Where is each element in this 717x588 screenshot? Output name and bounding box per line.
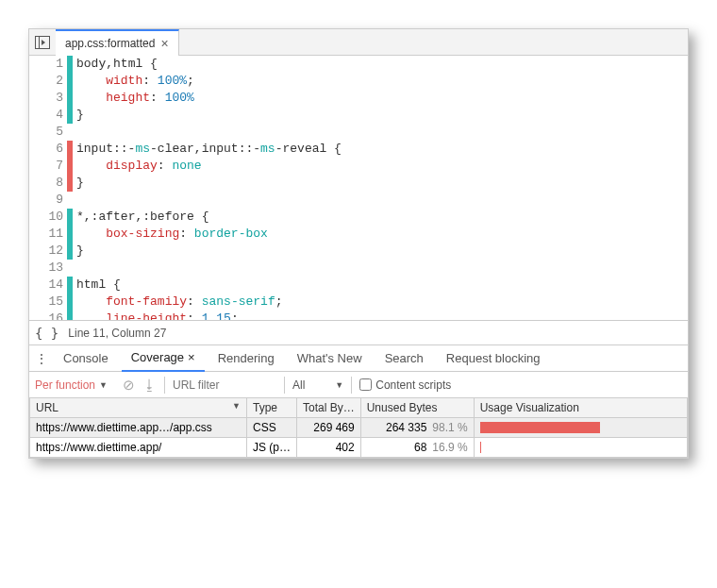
tab-console[interactable]: Console: [54, 345, 118, 372]
line-number: 14: [29, 277, 63, 294]
clear-icon[interactable]: ⊘: [123, 377, 135, 394]
code-line[interactable]: }: [76, 243, 688, 260]
line-number-gutter: 12345678910111213141516: [29, 56, 67, 320]
code-line[interactable]: display: none: [76, 158, 688, 175]
line-number: 4: [29, 107, 63, 124]
show-navigator-button[interactable]: [29, 30, 56, 55]
source-tabbar: app.css:formatted ×: [29, 29, 688, 56]
tab-request-blocking[interactable]: Request blocking: [437, 345, 550, 372]
pretty-print-icon[interactable]: { }: [35, 326, 58, 341]
status-bar: { } Line 11, Column 27: [29, 320, 688, 344]
cursor-position: Line 11, Column 27: [68, 327, 166, 340]
code-line[interactable]: }: [76, 175, 688, 192]
coverage-toolbar: Per function▼ ⊘ ⭳ All▼ Content scripts: [29, 371, 688, 397]
code-line[interactable]: [76, 124, 688, 141]
url-filter-input[interactable]: [173, 378, 276, 392]
line-number: 9: [29, 192, 63, 209]
code-line[interactable]: body,html {: [76, 56, 688, 73]
code-area[interactable]: 12345678910111213141516 body,html { widt…: [29, 56, 688, 320]
cell-total-bytes: 402: [297, 438, 361, 458]
type-filter-select[interactable]: All▼: [292, 378, 343, 392]
code-line[interactable]: [76, 192, 688, 209]
code-line[interactable]: [76, 260, 688, 277]
table-header-row: URL▼ Type Total By… Unused Bytes Usage V…: [30, 398, 688, 418]
cell-url: https://www.diettime.app/: [30, 438, 247, 458]
line-number: 2: [29, 73, 63, 90]
col-total-bytes[interactable]: Total By…: [297, 398, 361, 418]
code-line[interactable]: height: 100%: [76, 90, 688, 107]
code-line[interactable]: line-height: 1.15;: [76, 311, 688, 320]
line-number: 16: [29, 311, 63, 320]
code-line[interactable]: width: 100%;: [76, 73, 688, 90]
line-number: 6: [29, 141, 63, 158]
line-number: 5: [29, 124, 63, 141]
code-line[interactable]: font-family: sans-serif;: [76, 294, 688, 311]
line-number: 12: [29, 243, 63, 260]
cell-url: https://www.diettime.app…/app.css: [30, 418, 247, 438]
cell-total-bytes: 269 469: [297, 418, 361, 438]
code-line[interactable]: input::-ms-clear,input::-ms-reveal {: [76, 141, 688, 158]
tab-rendering[interactable]: Rendering: [208, 345, 284, 372]
source-tab[interactable]: app.css:formatted ×: [56, 29, 179, 56]
per-function-select[interactable]: Per function▼: [35, 378, 108, 392]
coverage-table[interactable]: URL▼ Type Total By… Unused Bytes Usage V…: [29, 397, 688, 458]
export-icon[interactable]: ⭳: [142, 377, 157, 393]
cell-visualization: [474, 418, 687, 438]
line-number: 7: [29, 158, 63, 175]
cell-visualization: [474, 438, 687, 458]
close-icon[interactable]: ×: [160, 37, 168, 50]
cell-type: CSS: [247, 418, 297, 438]
svg-marker-2: [42, 40, 45, 45]
code-line[interactable]: }: [76, 107, 688, 124]
line-number: 13: [29, 260, 63, 277]
code-line[interactable]: *,:after,:before {: [76, 209, 688, 226]
cell-unused-bytes: 6816.9 %: [360, 438, 474, 458]
more-tools-icon[interactable]: ⋮: [33, 351, 50, 366]
tab-whats-new[interactable]: What's New: [288, 345, 372, 372]
line-number: 11: [29, 226, 63, 243]
col-type[interactable]: Type: [247, 398, 297, 418]
line-number: 1: [29, 56, 63, 73]
tab-coverage[interactable]: Coverage×: [122, 345, 205, 372]
line-number: 10: [29, 209, 63, 226]
source-tab-title: app.css:formatted: [65, 37, 155, 50]
devtools-window: app.css:formatted × 12345678910111213141…: [28, 28, 689, 459]
content-scripts-checkbox[interactable]: Content scripts: [359, 378, 451, 392]
svg-rect-1: [36, 36, 40, 48]
col-unused-bytes[interactable]: Unused Bytes: [360, 398, 474, 418]
line-number: 8: [29, 175, 63, 192]
drawer-tabbar: ⋮ Console Coverage× Rendering What's New…: [29, 344, 688, 371]
code-lines[interactable]: body,html { width: 100%; height: 100%}in…: [73, 56, 688, 320]
table-row[interactable]: https://www.diettime.app…/app.cssCSS269 …: [30, 418, 688, 438]
line-number: 15: [29, 294, 63, 311]
line-number: 3: [29, 90, 63, 107]
close-icon[interactable]: ×: [188, 350, 195, 364]
col-visualization[interactable]: Usage Visualization: [474, 398, 687, 418]
code-line[interactable]: html {: [76, 277, 688, 294]
table-row[interactable]: https://www.diettime.app/JS (p…4026816.9…: [30, 438, 688, 458]
cell-type: JS (p…: [247, 438, 297, 458]
code-line[interactable]: box-sizing: border-box: [76, 226, 688, 243]
col-url[interactable]: URL▼: [30, 398, 247, 418]
cell-unused-bytes: 264 33598.1 %: [360, 418, 474, 438]
tab-search[interactable]: Search: [375, 345, 433, 372]
